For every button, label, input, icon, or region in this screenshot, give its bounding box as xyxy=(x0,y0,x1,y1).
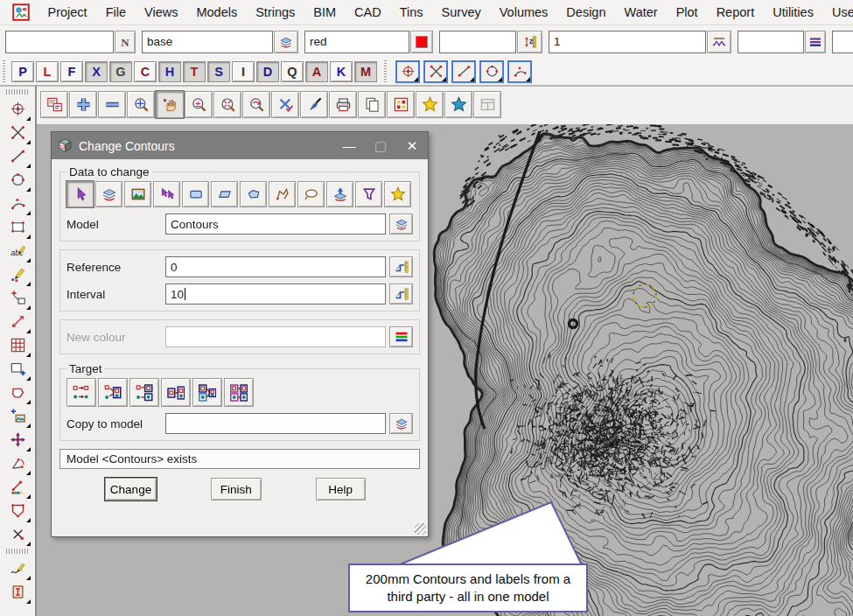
menu-utilities[interactable]: Utilities xyxy=(764,5,823,19)
tin-layers-icon[interactable] xyxy=(274,31,298,53)
colour-input[interactable]: red xyxy=(304,31,409,53)
tool-view-new-button[interactable] xyxy=(4,357,31,381)
snap-toggle-q[interactable]: Q xyxy=(281,61,304,82)
tool-text-style-button[interactable] xyxy=(4,580,31,604)
cad-line-button[interactable] xyxy=(451,60,476,83)
view-zoom-extents-button[interactable] xyxy=(213,91,241,118)
target-map-models-button[interactable] xyxy=(224,378,254,407)
menu-volumes[interactable]: Volumes xyxy=(490,5,557,19)
target-move-into-model-button[interactable] xyxy=(98,378,128,407)
tool-polygon-button[interactable] xyxy=(4,381,31,404)
menu-cad[interactable]: CAD xyxy=(346,5,391,19)
data-mode-window-rect-button[interactable] xyxy=(182,181,209,207)
name-n-icon[interactable]: N xyxy=(115,31,136,53)
snap-toggle-d[interactable]: D xyxy=(256,61,279,82)
menu-water[interactable]: Water xyxy=(615,5,667,19)
view-zoom-in-button[interactable] xyxy=(69,91,97,118)
tool-delete-button[interactable] xyxy=(4,522,31,546)
view-pan-button[interactable] xyxy=(156,91,184,118)
help-button[interactable]: Help xyxy=(316,478,367,500)
view-plot-button[interactable] xyxy=(329,91,357,118)
data-mode-window-para-button[interactable] xyxy=(211,181,238,207)
menu-plot[interactable]: Plot xyxy=(667,5,707,19)
toolbar-grip[interactable] xyxy=(3,60,9,83)
snap-toggle-m[interactable]: M xyxy=(354,61,377,82)
cad-cross-button[interactable] xyxy=(423,60,448,83)
tool-freehand-button[interactable] xyxy=(4,556,31,580)
tool-colour-line-button[interactable] xyxy=(4,475,31,499)
snap-toggle-x[interactable]: X xyxy=(85,61,108,82)
height-input[interactable] xyxy=(439,31,516,53)
tool-circle-button[interactable] xyxy=(4,168,31,192)
menu-survey[interactable]: Survey xyxy=(432,5,490,19)
data-mode-favourites-button[interactable] xyxy=(384,181,411,207)
menu-strings[interactable]: Strings xyxy=(247,5,304,19)
data-mode-many-picks-button[interactable] xyxy=(153,181,180,207)
target-merge-models-button[interactable] xyxy=(192,378,222,407)
view-window-off-button[interactable] xyxy=(473,91,501,118)
snap-toggle-c[interactable]: C xyxy=(134,61,157,82)
data-mode-lasso-open-button[interactable] xyxy=(269,181,296,207)
swatch-red-icon[interactable] xyxy=(410,31,433,53)
minimize-button[interactable]: — xyxy=(333,132,365,159)
cad-circle-button[interactable] xyxy=(479,60,504,83)
snap-toggle-i[interactable]: I xyxy=(232,61,255,82)
data-mode-lasso-closed-button[interactable] xyxy=(297,181,325,207)
cad-point-button[interactable] xyxy=(395,60,420,83)
tool-grid-button[interactable] xyxy=(4,333,31,357)
menu-design[interactable]: Design xyxy=(557,5,615,19)
snap-toggle-h[interactable]: H xyxy=(158,61,181,82)
target-copy-per-model-button[interactable] xyxy=(129,378,159,407)
cad-text-input[interactable] xyxy=(5,31,114,53)
data-mode-model-layers-button[interactable] xyxy=(95,181,122,207)
tool-image-button[interactable] xyxy=(4,404,31,428)
snap-toggle-s[interactable]: S xyxy=(207,61,230,82)
reference-input[interactable]: 0 xyxy=(165,256,386,277)
snap-toggle-p[interactable]: P xyxy=(11,61,34,82)
copy-to-model-input[interactable] xyxy=(165,413,386,434)
weight-input[interactable]: 1 xyxy=(549,31,706,53)
tool-point-button[interactable] xyxy=(4,97,31,121)
interval-measure-button[interactable] xyxy=(389,284,413,304)
view-refresh-button[interactable] xyxy=(271,91,299,118)
view-new-view-button[interactable] xyxy=(40,91,68,118)
menu-project[interactable]: Project xyxy=(38,5,96,19)
z-height-icon[interactable]: z xyxy=(517,31,542,53)
view-copy-view-button[interactable] xyxy=(358,91,386,118)
toolbar-grip[interactable] xyxy=(384,60,390,83)
tinable-input[interactable] xyxy=(832,31,853,53)
snap-toggle-f[interactable]: F xyxy=(60,61,83,82)
menu-tins[interactable]: Tins xyxy=(390,5,432,19)
snap-toggle-l[interactable]: L xyxy=(36,61,59,82)
tool-line-button[interactable] xyxy=(4,144,31,168)
target-move-strings-button[interactable] xyxy=(66,378,96,407)
weight-zigzag-icon[interactable] xyxy=(707,31,731,53)
menu-bim[interactable]: BIM xyxy=(304,5,346,19)
menu-file[interactable]: File xyxy=(96,5,135,19)
toolbar-grip[interactable] xyxy=(6,89,29,94)
model-input[interactable]: Contours xyxy=(165,214,386,234)
tool-shield-button[interactable] xyxy=(4,499,31,522)
tool-measure-button[interactable] xyxy=(4,310,31,333)
maximize-button[interactable]: ▢ xyxy=(365,132,396,159)
menu-models[interactable]: Models xyxy=(187,5,247,19)
tool-rectangle-button[interactable] xyxy=(4,215,31,239)
change-button[interactable]: Change xyxy=(105,478,157,500)
view-plan-grid-button[interactable] xyxy=(387,91,415,118)
view-star-blue-button[interactable] xyxy=(444,91,472,118)
copy-model-choose-button[interactable] xyxy=(389,413,413,434)
tool-insert-symbol-button[interactable] xyxy=(4,286,31,310)
data-mode-filter-button[interactable] xyxy=(355,181,382,207)
snap-toggle-t[interactable]: T xyxy=(183,61,206,82)
tool-edit-pencil-button[interactable] xyxy=(4,262,31,286)
linestyle-icon[interactable] xyxy=(805,31,826,53)
linestyle-input[interactable] xyxy=(738,31,804,53)
menu-report[interactable]: Report xyxy=(707,5,764,19)
reference-measure-button[interactable] xyxy=(389,256,413,277)
cad-arc-button[interactable] xyxy=(507,60,532,83)
finish-button[interactable]: Finish xyxy=(211,478,262,500)
close-button[interactable]: ✕ xyxy=(396,132,428,159)
tool-move-button[interactable] xyxy=(4,428,31,452)
colour-choose-button[interactable] xyxy=(389,326,413,347)
data-mode-view-picture-button[interactable] xyxy=(124,181,151,207)
